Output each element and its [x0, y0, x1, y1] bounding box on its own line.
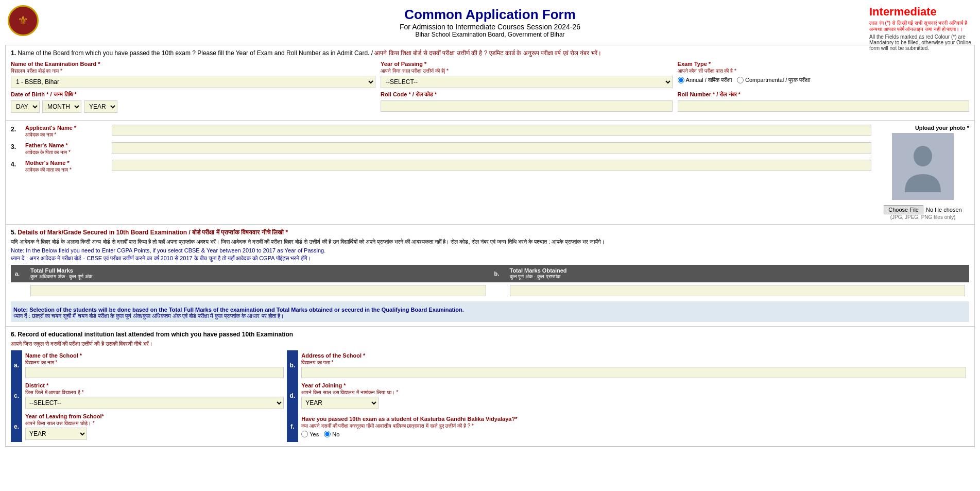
school-col-b: b.	[287, 350, 299, 380]
school-address-label-hindi: विद्यालय का पता *	[301, 360, 966, 366]
board-group: Name of the Examination Board * विद्यालय…	[11, 61, 375, 88]
year-leaving-label-hindi: आपने किस साल उस विद्यालय छोड़े। *	[25, 420, 284, 427]
dob-year-select[interactable]: YEAR	[84, 100, 117, 113]
page-subtitle2: Bihar School Examination Board, Governme…	[400, 31, 580, 38]
section5-note-hindi: ध्यान दें : अगर आवेदक ने परीक्षा बोर्ड -…	[11, 255, 969, 262]
district-cell: District * जिस जिले में आपका विद्यालय है…	[22, 380, 287, 411]
kasturba-label-hindi: क्या आपने दसवीं की परीक्षा कस्तूरबा गाँध…	[301, 423, 966, 429]
father-name-label-hindi: आवेदक के पिता का नाम *	[25, 149, 108, 156]
dob-month-select[interactable]: MONTH	[42, 100, 81, 113]
kasturba-yes-radio[interactable]	[301, 431, 308, 437]
mother-name-label-hindi: आवेदक की माता का नाम *	[25, 167, 108, 173]
section3-label-group: Father's Name * आवेदक के पिता का नाम *	[25, 142, 108, 156]
section5-header-hindi: बोर्ड परीक्षा में प्राप्तांक विषयवार नीच…	[192, 229, 288, 236]
main-content: 1. Name of the Board from which you have…	[5, 45, 975, 447]
kasturba-no-label[interactable]: No	[324, 431, 339, 437]
kasturba-yes-text: Yes	[310, 431, 319, 437]
marks-col-a-header: a.	[11, 265, 26, 282]
section2-label-group: Applicant's Name * आवेदक का नाम *	[25, 125, 108, 138]
intermediate-label: Intermediate	[869, 5, 972, 19]
section1-question-hindi: आपने किस शिक्षा बोर्ड से दसवीं परीक्षा उ…	[374, 49, 601, 57]
exam-type-options: Annual / वार्षिक परीक्षा Compartmental /…	[678, 77, 969, 83]
applicant-name-input[interactable]	[112, 125, 871, 136]
exam-type-compartmental-radio[interactable]	[737, 77, 744, 83]
choose-file-button[interactable]: Choose File	[884, 205, 923, 214]
father-name-label-eng: Father's Name *	[25, 142, 108, 148]
section5-number: 5.	[11, 229, 16, 236]
side-note-eng: All the Fields marked as red Colour (*) …	[869, 34, 972, 51]
roll-code-input[interactable]	[381, 100, 672, 112]
year-joining-label-hindi: आपने किस साल उस विद्यालय में नामांकन लिय…	[301, 390, 966, 396]
year-joining-cell: Year of Joining * आपने किस साल उस विद्या…	[298, 380, 969, 411]
year-passing-select[interactable]: --SELECT--202420232022202120202019201820…	[381, 76, 672, 88]
exam-type-annual-label[interactable]: Annual / वार्षिक परीक्षा	[678, 77, 732, 83]
applicant-name-input-wrap	[112, 125, 871, 136]
total-obtained-input-cell	[506, 282, 970, 299]
marks-col-b-header: b.	[490, 265, 506, 282]
applicant-fields: 2. Applicant's Name * आवेदक का नाम * 3.	[11, 125, 871, 220]
dob-selects: DAY MONTH YEAR	[11, 100, 375, 113]
school-name-label-eng: Name of the School *	[25, 352, 284, 359]
upload-label: Upload your photo *	[876, 125, 969, 131]
board-label-hindi: विद्यालय परीक्षा बोर्ड का नाम *	[11, 68, 375, 74]
school-name-input[interactable]	[25, 367, 284, 378]
section4-row: 4. Mother's Name * आवेदक की माता का नाम …	[11, 160, 871, 173]
section6-header-hindi: आपने जिस स्कूल से दसवीं की परीक्षा उत्ती…	[11, 341, 969, 347]
school-table: a. Name of the School * विद्यालय का नाम …	[11, 350, 969, 442]
school-address-cell: Address of the School * विद्यालय का पता …	[298, 350, 969, 380]
photo-placeholder	[892, 133, 954, 200]
section1-row1: Name of the Examination Board * विद्यालय…	[11, 61, 969, 88]
exam-type-annual-radio[interactable]	[678, 77, 684, 83]
mother-name-label-eng: Mother's Name *	[25, 160, 108, 166]
kasturba-no-radio[interactable]	[324, 431, 331, 437]
page-subtitle: For Admission to Intermediate Courses Se…	[400, 23, 580, 31]
logo-icon: ⚜	[18, 13, 29, 28]
section6-header-eng: Record of educational institution last a…	[18, 331, 293, 338]
photo-section: Upload your photo * Choose File No file …	[876, 125, 969, 220]
year-joining-select[interactable]: YEAR	[301, 397, 379, 409]
mother-name-input[interactable]	[112, 160, 871, 171]
exam-type-compartmental-label[interactable]: Compartmental / पूरक परीक्षा	[737, 77, 810, 83]
header-center: Common Application Form For Admission to…	[400, 7, 580, 38]
roll-number-input[interactable]	[678, 100, 969, 112]
section6-number: 6.	[11, 331, 16, 338]
year-leaving-label-eng: Year of Leaving from School*	[25, 413, 284, 419]
choose-file-row: Choose File No file chosen	[884, 205, 961, 214]
district-label-eng: District *	[25, 382, 284, 388]
section4-number: 4.	[11, 160, 21, 168]
school-address-input[interactable]	[301, 367, 966, 378]
total-obtained-input[interactable]	[510, 285, 966, 296]
marks-col-a-cell	[11, 282, 26, 299]
logo: ⚜	[8, 5, 39, 36]
marks-note-hindi: ध्यान दें : छात्रों का चयन सूची में चयन …	[13, 313, 967, 319]
kasturba-label-eng: Have you passed 10th exam as a student o…	[301, 416, 966, 422]
total-marks-header: Total Full Marks कुल अधिकतम अंक - कुल पू…	[26, 265, 490, 282]
year-passing-group: Year of Passing * आपने किस साल परीक्षा उ…	[381, 61, 672, 88]
page-title: Common Application Form	[400, 7, 580, 23]
kasturba-options: Yes No	[301, 431, 966, 437]
year-passing-label-hindi: आपने किस साल परीक्षा उत्तीर्ण की है| *	[381, 68, 672, 74]
dob-group: Date of Birth * / जन्म तिथि * DAY MONTH …	[11, 91, 375, 113]
section3-row: 3. Father's Name * आवेदक के पिता का नाम …	[11, 142, 871, 156]
father-name-input[interactable]	[112, 142, 871, 154]
roll-code-label: Roll Code * / रोल कोड *	[381, 91, 672, 98]
dob-day-select[interactable]: DAY	[11, 100, 40, 113]
section5-note-eng: Note: In the Below field you need to Ent…	[11, 247, 969, 253]
section5-header-eng: Details of Mark/Grade Secured in 10th Bo…	[18, 229, 190, 236]
district-select[interactable]: --SELECT--	[25, 397, 284, 409]
kasturba-yes-label[interactable]: Yes	[301, 431, 319, 437]
header: ⚜ Common Application Form For Admission …	[3, 3, 977, 42]
board-select[interactable]: 1 - BSEB, Bihar2 - CBSE3 - ICSE4 - Other	[11, 76, 375, 88]
applicant-photo-wrapper: 2. Applicant's Name * आवेदक का नाम * 3.	[11, 125, 969, 220]
year-leaving-select[interactable]: YEAR	[25, 428, 87, 440]
total-marks-input-cell	[26, 282, 490, 299]
section-1: 1. Name of the Board from which you have…	[6, 45, 974, 121]
school-col-c: c.	[11, 380, 22, 411]
exam-type-group: Exam Type * आपने कौन सी परीक्षा पास की ह…	[678, 61, 969, 88]
marks-table: a. Total Full Marks कुल अधिकतम अंक - कुल…	[11, 265, 969, 299]
total-marks-input[interactable]	[30, 285, 486, 296]
kasturba-no-text: No	[332, 431, 339, 437]
roll-number-group: Roll Number * / रोल नंबर *	[678, 91, 969, 113]
school-col-f: f.	[287, 411, 299, 442]
section2-row: 2. Applicant's Name * आवेदक का नाम *	[11, 125, 871, 138]
